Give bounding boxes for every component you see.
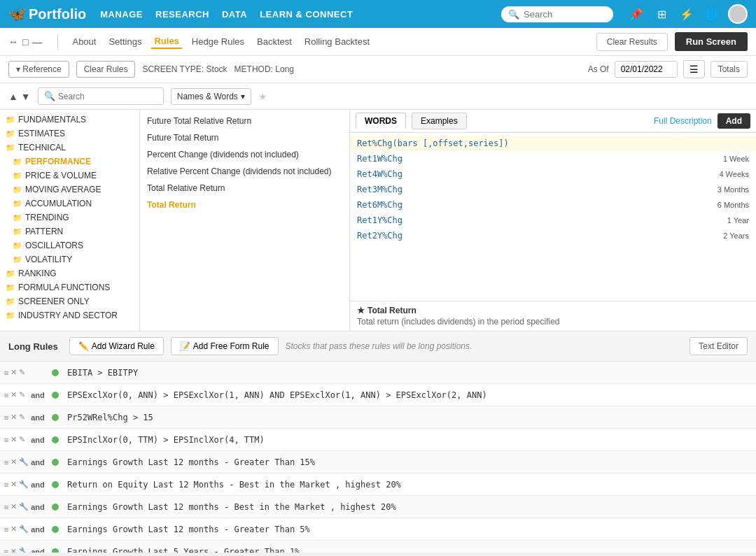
rule-active-dot-2[interactable] bbox=[52, 414, 59, 421]
rule-active-dot-1[interactable] bbox=[52, 392, 59, 399]
expand-icon[interactable]: ↔ bbox=[8, 36, 18, 48]
rule-edit-icon[interactable]: ✎ bbox=[19, 368, 25, 377]
item-total-relative-return[interactable]: Total Relative Return bbox=[140, 180, 349, 197]
rule-menu-icon[interactable]: ≡ bbox=[4, 413, 8, 422]
category-search-input[interactable] bbox=[58, 92, 158, 101]
window-icon[interactable]: □ bbox=[22, 36, 28, 48]
tab-rules[interactable]: Rules bbox=[151, 34, 181, 49]
rule-delete-icon[interactable]: ✕ bbox=[10, 413, 17, 422]
word-row-1[interactable]: Ret1W%Chg 1 Week bbox=[350, 151, 756, 166]
text-editor-button[interactable]: Text Editor bbox=[690, 337, 748, 355]
tab-words[interactable]: WORDS bbox=[356, 113, 406, 129]
word-row-0[interactable]: Ret%Chg(bars [,offset,series]) bbox=[350, 136, 756, 151]
add-button[interactable]: Add bbox=[718, 113, 750, 129]
rule-edit-icon[interactable]: ✎ bbox=[19, 435, 25, 444]
item-future-total-return[interactable]: Future Total Return bbox=[140, 129, 349, 146]
rule-active-dot-0[interactable] bbox=[52, 369, 59, 376]
cat-screener-only[interactable]: 📁 SCREENER ONLY bbox=[0, 294, 139, 308]
cat-technical[interactable]: 📁 TECHNICAL bbox=[0, 141, 139, 155]
minus-icon[interactable]: — bbox=[32, 36, 42, 48]
tab-examples[interactable]: Examples bbox=[412, 113, 467, 129]
item-total-return[interactable]: Total Return bbox=[140, 197, 349, 213]
cat-price-volume[interactable]: 📁 PRICE & VOLUME bbox=[0, 169, 139, 183]
item-future-total-relative[interactable]: Future Total Relative Return bbox=[140, 113, 349, 129]
rule-menu-icon[interactable]: ≡ bbox=[4, 525, 8, 534]
word-row-4[interactable]: Ret6M%Chg 6 Months bbox=[350, 197, 756, 213]
rule-menu-icon[interactable]: ≡ bbox=[4, 503, 8, 511]
cat-industry-sector[interactable]: 📁 INDUSTRY AND SECTOR bbox=[0, 308, 139, 322]
tab-about[interactable]: About bbox=[69, 35, 99, 48]
rule-menu-icon[interactable]: ≡ bbox=[4, 369, 8, 377]
favorites-star-icon[interactable]: ★ bbox=[258, 91, 267, 102]
word-row-2[interactable]: Ret4W%Chg 4 Weeks bbox=[350, 166, 756, 182]
cat-oscillators[interactable]: 📁 OSCILLATORS bbox=[0, 238, 139, 252]
user-avatar[interactable] bbox=[728, 4, 748, 24]
word-row-3[interactable]: Ret3M%Chg 3 Months bbox=[350, 182, 756, 197]
rule-delete-icon[interactable]: ✕ bbox=[10, 435, 17, 444]
rule-active-dot-4[interactable] bbox=[52, 459, 59, 466]
rule-menu-icon[interactable]: ≡ bbox=[4, 458, 8, 466]
pin-icon[interactable]: 📌 bbox=[627, 5, 645, 23]
rule-delete-icon[interactable]: ✕ bbox=[10, 457, 17, 466]
nav-data[interactable]: DATA bbox=[222, 9, 247, 20]
reference-button[interactable]: ▾ Reference bbox=[8, 61, 69, 78]
rule-menu-icon[interactable]: ≡ bbox=[4, 391, 8, 399]
word-row-5[interactable]: Ret1Y%Chg 1 Year bbox=[350, 213, 756, 228]
item-percent-change[interactable]: Percent Change (dividends not included) bbox=[140, 146, 349, 163]
rule-edit-icon[interactable]: ✎ bbox=[19, 413, 25, 422]
rule-delete-icon[interactable]: ✕ bbox=[10, 502, 17, 511]
rule-active-dot-6[interactable] bbox=[52, 504, 59, 511]
cat-estimates[interactable]: 📁 ESTIMATES bbox=[0, 127, 139, 141]
cat-formula-functions[interactable]: 📁 FORMULA FUNCTIONS bbox=[0, 280, 139, 294]
rule-active-dot-8[interactable] bbox=[52, 548, 59, 553]
rule-menu-icon[interactable]: ≡ bbox=[4, 548, 8, 553]
rule-delete-icon[interactable]: ✕ bbox=[10, 525, 17, 534]
rule-delete-icon[interactable]: ✕ bbox=[10, 368, 17, 377]
cat-pattern[interactable]: 📁 PATTERN bbox=[0, 224, 139, 238]
rule-menu-icon[interactable]: ≡ bbox=[4, 436, 8, 444]
globe-icon[interactable]: 🌐 bbox=[703, 5, 721, 23]
rule-delete-icon[interactable]: ✕ bbox=[10, 480, 17, 489]
rule-edit-icon[interactable]: ✎ bbox=[19, 390, 25, 399]
grid-view-button[interactable]: ☰ bbox=[683, 60, 705, 78]
folder-icon: 📁 bbox=[6, 115, 15, 124]
sort-up-icon[interactable]: ▲ bbox=[8, 91, 18, 102]
cat-trending[interactable]: 📁 TRENDING bbox=[0, 211, 139, 224]
clear-rules-button[interactable]: Clear Rules bbox=[76, 61, 136, 78]
sort-down-icon[interactable]: ▼ bbox=[21, 91, 31, 102]
add-wizard-rule-button[interactable]: ✏️ Add Wizard Rule bbox=[69, 337, 164, 355]
nav-learn[interactable]: LEARN & CONNECT bbox=[260, 9, 353, 20]
date-input[interactable] bbox=[615, 61, 678, 78]
cat-moving-average[interactable]: 📁 MOVING AVERAGE bbox=[0, 183, 139, 197]
names-words-dropdown[interactable]: Names & Words ▾ bbox=[171, 88, 251, 105]
rule-active-dot-7[interactable] bbox=[52, 526, 59, 533]
bolt-icon[interactable]: ⚡ bbox=[678, 5, 696, 23]
nav-research[interactable]: RESEARCH bbox=[155, 9, 209, 20]
rule-delete-icon[interactable]: ✕ bbox=[10, 547, 17, 553]
item-relative-percent-change[interactable]: Relative Percent Change (dividends not i… bbox=[140, 163, 349, 180]
rule-delete-icon[interactable]: ✕ bbox=[10, 390, 17, 399]
clear-results-button[interactable]: Clear Results bbox=[596, 33, 668, 51]
footer-title: ★ Total Return bbox=[357, 306, 749, 315]
totals-button[interactable]: Totals bbox=[710, 61, 748, 78]
cat-volatility[interactable]: 📁 VOLATILITY bbox=[0, 252, 139, 266]
rule-active-dot-5[interactable] bbox=[52, 481, 59, 488]
cat-accumulation[interactable]: 📁 ACCUMULATION bbox=[0, 197, 139, 211]
tab-backtest[interactable]: Backtest bbox=[254, 35, 295, 48]
cat-performance[interactable]: 📁 PERFORMANCE bbox=[0, 155, 139, 169]
nav-manage[interactable]: MANAGE bbox=[100, 9, 143, 20]
cat-ranking[interactable]: 📁 RANKING bbox=[0, 266, 139, 280]
grid-icon[interactable]: ⊞ bbox=[652, 5, 671, 23]
rule-active-dot-3[interactable] bbox=[52, 436, 59, 443]
tab-rolling-backtest[interactable]: Rolling Backtest bbox=[302, 35, 372, 48]
cat-fundamentals[interactable]: 📁 FUNDAMENTALS bbox=[0, 113, 139, 127]
add-freeform-rule-button[interactable]: 📝 Add Free Form Rule bbox=[171, 337, 279, 355]
search-input[interactable] bbox=[524, 9, 606, 20]
run-screen-button[interactable]: Run Screen bbox=[675, 32, 748, 51]
rule-menu-icon[interactable]: ≡ bbox=[4, 480, 8, 489]
word-row-6[interactable]: Ret2Y%Chg 2 Years bbox=[350, 228, 756, 243]
tab-hedge-rules[interactable]: Hedge Rules bbox=[189, 35, 247, 48]
full-description-link[interactable]: Full Description bbox=[654, 116, 712, 126]
folder-icon: 📁 bbox=[13, 199, 22, 208]
tab-settings[interactable]: Settings bbox=[106, 35, 144, 48]
